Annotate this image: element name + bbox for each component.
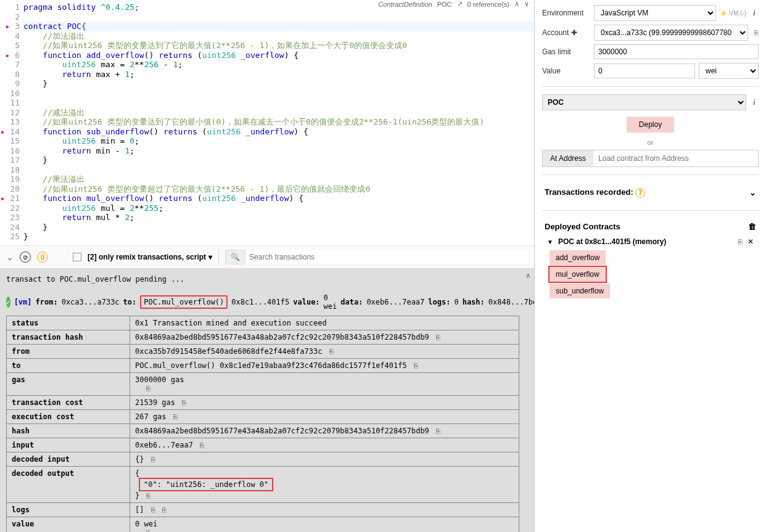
table-key: hash	[7, 424, 130, 438]
info-icon[interactable]: i	[750, 98, 759, 107]
chevron-down-icon[interactable]: ∨	[524, 0, 529, 8]
table-key: logs	[7, 503, 130, 517]
table-value: 21539 gas ⎘	[130, 396, 519, 410]
contract-instance[interactable]: ▼ POC at 0x8c1...401f5 (memory) ⎘ ✕	[542, 235, 759, 248]
at-address-input[interactable]	[593, 150, 758, 166]
chevron-down-icon[interactable]: ⌄	[6, 252, 14, 262]
run-panel: Environment JavaScript VM ⚡ VM (-) i Acc…	[535, 0, 766, 532]
table-key: decoded input	[7, 452, 130, 467]
value-label: Value	[542, 67, 590, 75]
table-key: from	[7, 345, 130, 359]
table-key: input	[7, 438, 130, 452]
highlighted-call: POC.mul_overflow()	[140, 295, 228, 309]
account-select[interactable]: 0xca3...a733c (99.99999999998607780	[594, 25, 748, 41]
table-value: 0x84869aa2bed8bd5951677e43a48ab2a07cf2c9…	[130, 424, 519, 438]
copy-icon[interactable]: ⎘	[738, 238, 743, 245]
table-key: decoded output	[7, 467, 130, 503]
value-unit-select[interactable]: wei	[699, 63, 759, 79]
table-value: 267 gas ⎘	[130, 410, 519, 424]
table-value: 0xca35b7d915458ef540ade6068dfe2f44e8fa73…	[130, 345, 519, 359]
env-label: Environment	[542, 9, 590, 17]
breadcrumb: ContractDefinition POC ↗ 0 reference(s) …	[378, 0, 529, 8]
table-key: to	[7, 359, 130, 373]
environment-select[interactable]: JavaScript VM	[594, 5, 716, 21]
table-value: 0x1 Transaction mined and execution succ…	[130, 316, 519, 330]
close-icon[interactable]: ✕	[747, 237, 754, 246]
table-value: [] ⎘ ⎘	[130, 503, 519, 517]
table-key: transaction cost	[7, 396, 130, 410]
table-key: value	[7, 517, 130, 533]
transactions-recorded[interactable]: Transactions recorded: 7 ⌄	[542, 182, 759, 203]
code-editor[interactable]: ContractDefinition POC ↗ 0 reference(s) …	[0, 0, 534, 245]
tx-filter-dropdown[interactable]: [2] only remix transactions, script ▾	[88, 253, 212, 261]
info-icon[interactable]: i	[750, 9, 759, 18]
transaction-summary[interactable]: ✓ [vm] from:0xca3...a733c to: POC.mul_ov…	[6, 293, 528, 311]
share-icon[interactable]: ↗	[457, 0, 463, 8]
value-input[interactable]	[594, 63, 695, 78]
search-icon: 🔍	[225, 250, 245, 264]
deploy-button[interactable]: Deploy	[627, 117, 674, 133]
console[interactable]: ∧ transact to POC.mul_overflow pending .…	[0, 269, 534, 532]
listen-checkbox[interactable]	[73, 253, 81, 261]
table-value: POC.mul_overflow() 0x8c1ed7e19abaa9f23c4…	[130, 359, 519, 373]
gas-limit-input[interactable]	[594, 44, 759, 59]
copy-icon[interactable]: ⎘	[754, 29, 759, 36]
table-key: execution cost	[7, 410, 130, 424]
plus-icon[interactable]: ✚	[571, 28, 577, 37]
gas-label: Gas limit	[542, 47, 590, 56]
deployed-contracts-header: Deployed Contracts	[545, 222, 620, 231]
chevron-up-icon[interactable]: ∧	[514, 0, 519, 8]
table-value: 3000000 gas ⎘	[130, 373, 519, 396]
expand-icon[interactable]: ▼	[547, 239, 553, 245]
terminal-toolbar: ⌄ ⊘ 0 [2] only remix transactions, scrip…	[0, 245, 534, 269]
table-key: transaction hash	[7, 330, 130, 345]
transaction-details-table: status0x1 Transaction mined and executio…	[6, 316, 519, 532]
search-input[interactable]	[245, 250, 528, 264]
clear-icon[interactable]: ⊘	[20, 252, 31, 263]
function-button-add_overflow[interactable]: add_overflow	[550, 250, 606, 265]
table-value: 0xeb6...7eaa7 ⎘	[130, 438, 519, 452]
pending-text: transact to POC.mul_overflow pending ...	[6, 275, 528, 284]
contract-select[interactable]: POC	[542, 94, 746, 110]
function-button-mul_overflow[interactable]: mul_overflow	[550, 267, 606, 282]
pending-badge: 0	[37, 252, 48, 263]
trash-icon[interactable]: 🗑	[748, 222, 756, 231]
function-button-sub_underflow[interactable]: sub_underflow	[550, 284, 610, 298]
vm-badge: ⚡ VM (-)	[720, 10, 746, 17]
chevron-down-icon[interactable]: ⌄	[749, 188, 756, 197]
table-value: {} ⎘	[130, 452, 519, 467]
table-value: 0 wei ⎘	[130, 517, 519, 533]
scroll-up-icon[interactable]: ∧	[526, 271, 530, 280]
table-key: gas	[7, 373, 130, 396]
at-address-button[interactable]: At Address	[543, 150, 593, 166]
table-value: 0x84869aa2bed8bd5951677e43a48ab2a07cf2c9…	[130, 330, 519, 345]
or-text: or	[542, 139, 759, 146]
table-value: {"0": "uint256: _underflow 0"} ⎘	[130, 467, 519, 503]
check-icon: ✓	[6, 297, 10, 308]
table-key: status	[7, 316, 130, 330]
